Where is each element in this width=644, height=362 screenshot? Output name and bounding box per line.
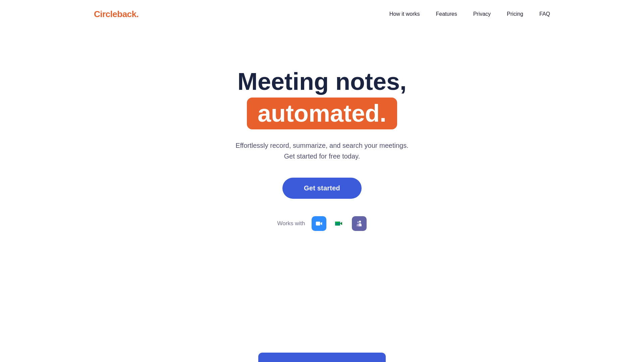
microsoft-teams-icon [352,216,367,231]
hero-title-line1: Meeting notes, [237,68,407,95]
svg-point-5 [358,222,359,223]
navbar: Circleback. How it works Features Privac… [0,0,644,28]
nav-item-pricing[interactable]: Pricing [507,11,523,17]
nav-item-how-it-works[interactable]: How it works [389,11,420,17]
nav-item-privacy[interactable]: Privacy [473,11,491,17]
integration-icons [312,216,367,231]
hero-title-highlight-wrapper: automated. [247,98,397,129]
nav-link-privacy[interactable]: Privacy [473,11,491,17]
svg-point-4 [359,221,361,223]
works-with-label: Works with [277,220,305,227]
nav-item-faq[interactable]: FAQ [539,11,550,17]
works-with-section: Works with [277,216,367,231]
get-started-button[interactable]: Get started [282,178,362,199]
zoom-icon [312,216,326,231]
hero-title-line2: automated. [258,100,386,127]
nav-link-faq[interactable]: FAQ [539,11,550,17]
nav-links: How it works Features Privacy Pricing FA… [389,11,550,17]
hero-title: Meeting notes, automated. [237,68,407,129]
nav-item-features[interactable]: Features [436,11,457,17]
nav-link-pricing[interactable]: Pricing [507,11,523,17]
nav-link-features[interactable]: Features [436,11,457,17]
nav-link-how-it-works[interactable]: How it works [389,11,420,17]
bottom-bar-peek [258,353,386,362]
hero-subtitle-line1: Effortlessly record, summarize, and sear… [235,142,408,149]
hero-subtitle: Effortlessly record, summarize, and sear… [235,140,408,162]
logo[interactable]: Circleback. [94,9,139,19]
hero-subtitle-line2: Get started for free today. [235,151,408,162]
hero-section: Meeting notes, automated. Effortlessly r… [0,28,644,258]
google-meet-icon [332,216,346,231]
